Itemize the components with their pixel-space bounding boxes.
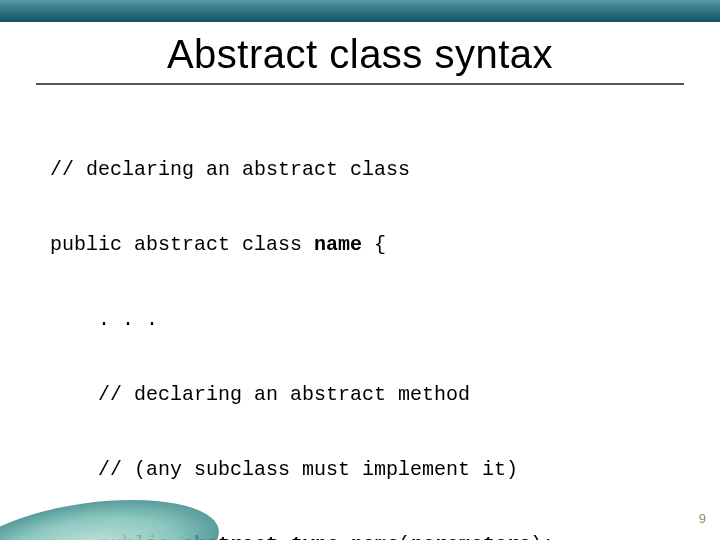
title-area: Abstract class syntax xyxy=(0,32,720,85)
top-banner xyxy=(0,0,720,22)
code-line: . . . xyxy=(98,307,670,332)
page-number: 9 xyxy=(699,511,706,526)
code-line: // (any subclass must implement it) xyxy=(98,457,670,482)
code-line: // declaring an abstract method xyxy=(98,382,670,407)
decorative-accent xyxy=(0,485,230,540)
code-line: public abstract class name { xyxy=(50,232,670,257)
code-block: // declaring an abstract class public ab… xyxy=(50,107,670,540)
title-underline xyxy=(36,83,684,85)
content-area: // declaring an abstract class public ab… xyxy=(50,107,670,540)
slide-title: Abstract class syntax xyxy=(0,32,720,77)
code-line: // declaring an abstract class xyxy=(50,157,670,182)
